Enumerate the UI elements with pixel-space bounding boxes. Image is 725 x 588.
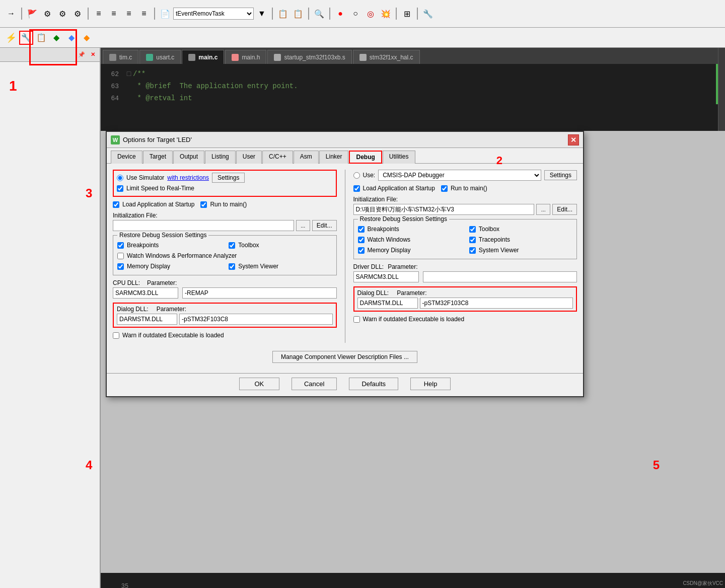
cpu-dll-param-input[interactable]: [182, 287, 337, 299]
toolbar-btn-search[interactable]: 🔍: [312, 7, 326, 21]
toolbar-btn-align1[interactable]: ≡: [92, 7, 106, 21]
code-text-62: /**: [133, 70, 146, 78]
tracepoints-checkbox-right[interactable]: [469, 237, 476, 243]
cpu-dll-input[interactable]: [113, 287, 178, 299]
toolbar-btn-align3[interactable]: ≡: [122, 7, 136, 21]
tab-main-c[interactable]: main.c: [182, 50, 224, 64]
load-app-checkbox-right[interactable]: [353, 185, 360, 192]
tab-main-h[interactable]: main.h: [225, 50, 266, 64]
code-line-64: 64 * @retval int: [101, 92, 725, 104]
task-dropdown[interactable]: tEventRemovTask: [173, 8, 254, 20]
manage-btn[interactable]: Manage Component Viewer Description File…: [272, 351, 417, 363]
cancel-btn[interactable]: Cancel: [292, 378, 337, 390]
defaults-btn[interactable]: Defaults: [349, 378, 398, 390]
init-browse-btn-left[interactable]: ...: [296, 220, 310, 231]
watch-windows-checkbox-left[interactable]: [117, 253, 124, 259]
help-btn[interactable]: Help: [410, 378, 451, 390]
tab-hal[interactable]: stm32f1xx_hal.c: [353, 50, 420, 64]
dialog-tab-debug[interactable]: Debug: [349, 151, 382, 164]
toolbar-btn-align4[interactable]: ≡: [137, 7, 151, 21]
pin-btn[interactable]: 📌: [77, 50, 87, 60]
toolbar-btn-tool1[interactable]: ⚙: [40, 7, 54, 21]
use-simulator-radio[interactable]: [117, 175, 123, 181]
driver-dll-input[interactable]: [353, 271, 419, 282]
breakpoints-checkbox-right[interactable]: [358, 226, 365, 233]
run-to-main-checkbox-right[interactable]: [441, 185, 448, 192]
warn-checkbox-right[interactable]: [353, 316, 360, 323]
toolbar-btn-red-circle[interactable]: ●: [333, 7, 347, 21]
toolbox-checkbox-right[interactable]: [469, 226, 476, 233]
toolbar-btn-bomb[interactable]: 💥: [379, 7, 393, 21]
dialog-tab-cpp[interactable]: C/C++: [262, 151, 293, 164]
dialog-tab-asm[interactable]: Asm: [294, 151, 319, 164]
simulator-settings-btn[interactable]: Settings: [212, 173, 245, 183]
toolbar-btn-back[interactable]: →: [4, 7, 18, 21]
limit-speed-checkbox[interactable]: [117, 185, 123, 192]
dialog-tab-utilities[interactable]: Utilities: [383, 151, 415, 164]
toolbar-btn-copy[interactable]: 📋: [276, 7, 290, 21]
init-file-input-left[interactable]: [113, 220, 294, 231]
ok-btn[interactable]: OK: [239, 378, 279, 390]
system-viewer-row-right: System Viewer: [469, 247, 572, 254]
restore-debug-label-left: Restore Debug Session Settings: [117, 232, 208, 239]
toolbar2-btn1[interactable]: ⚡: [4, 31, 18, 45]
code-content: 62 □ /** 63 * @brief The application ent…: [101, 64, 725, 108]
dialog-dll-input-right[interactable]: [357, 298, 418, 309]
toolbar-btn-align2[interactable]: ≡: [107, 7, 121, 21]
memory-display-checkbox-right[interactable]: [358, 247, 365, 254]
dialog-dll-input-left[interactable]: [117, 314, 177, 325]
collapse-62: □: [125, 70, 133, 78]
toolbar-btn-file[interactable]: 📄: [158, 7, 172, 21]
dialog-dll-param-input-left[interactable]: [179, 314, 333, 325]
dialog-tab-device[interactable]: Device: [111, 151, 142, 164]
toolbar2-btn3[interactable]: 📋: [34, 31, 48, 45]
watch-windows-checkbox-right[interactable]: [358, 237, 365, 243]
driver-dll-param-input[interactable]: [423, 271, 577, 282]
init-file-input-right[interactable]: [353, 204, 535, 215]
close-panel-btn[interactable]: ✕: [88, 50, 98, 60]
toolbox-checkbox-left[interactable]: [229, 242, 235, 249]
dialog-tab-listing[interactable]: Listing: [205, 151, 236, 164]
init-edit-btn-right[interactable]: Edit...: [552, 204, 577, 215]
driver-dll-section: Driver DLL: Parameter:: [353, 263, 577, 282]
dialog-tab-output[interactable]: Output: [173, 151, 204, 164]
toolbar-btn-paste[interactable]: 📋: [291, 7, 305, 21]
system-viewer-checkbox-left[interactable]: [229, 263, 235, 270]
code-editor: tim.c usart.c main.c main.h startup_stm3…: [101, 48, 725, 131]
toolbar2-btn4[interactable]: ◆: [49, 31, 63, 45]
use-radio-right[interactable]: [353, 172, 360, 179]
dialog-close-btn[interactable]: ✕: [568, 134, 579, 145]
toolbar-btn-settings[interactable]: 🔧: [421, 7, 435, 21]
run-to-main-checkbox-left[interactable]: [200, 201, 207, 208]
load-app-checkbox-left[interactable]: [113, 201, 119, 208]
tab-startup[interactable]: startup_stm32f103xb.s: [267, 50, 351, 64]
tab-tim-c[interactable]: tim.c: [103, 50, 138, 64]
use-dropdown-right[interactable]: CMSIS-DAP Debugger: [378, 170, 541, 181]
code-scrollbar[interactable]: [718, 48, 725, 131]
load-app-label-left: Load Application at Startup: [122, 201, 194, 208]
tab-usart-c[interactable]: usart.c: [139, 50, 181, 64]
dialog-right-panel: Use: CMSIS-DAP Debugger Settings Load Ap…: [353, 170, 577, 343]
warn-checkbox-left[interactable]: [113, 332, 119, 339]
toolbar2-btn2[interactable]: 🔧: [19, 31, 33, 45]
init-browse-btn-right[interactable]: ...: [536, 204, 550, 215]
dialog-tab-target[interactable]: Target: [143, 151, 173, 164]
toolbar2-btn5[interactable]: ◆: [64, 31, 79, 45]
toolbar2-btn6[interactable]: ◆: [80, 31, 94, 45]
toolbar-btn-tool2[interactable]: ⚙: [55, 7, 69, 21]
toolbar-btn-grid[interactable]: ⊞: [400, 7, 414, 21]
with-restrictions-link[interactable]: with restrictions: [167, 174, 209, 181]
dialog-tab-linker[interactable]: Linker: [319, 151, 349, 164]
toolbar-btn-flag[interactable]: 🚩: [25, 7, 39, 21]
dialog-dll-param-input-right[interactable]: [420, 298, 573, 309]
system-viewer-checkbox-right[interactable]: [469, 247, 476, 254]
toolbar-btn-circle[interactable]: ○: [348, 7, 362, 21]
memory-display-checkbox-left[interactable]: [117, 263, 124, 270]
init-edit-btn-left[interactable]: Edit...: [312, 220, 337, 231]
toolbar-btn-tool3[interactable]: ⚙: [70, 7, 85, 21]
toolbar-btn-red-ring[interactable]: ◎: [364, 7, 378, 21]
toolbar-btn-dropdown-arrow[interactable]: ▼: [255, 7, 269, 21]
use-settings-btn-right[interactable]: Settings: [544, 170, 577, 180]
dialog-tab-user[interactable]: User: [236, 151, 262, 164]
breakpoints-checkbox-left[interactable]: [117, 242, 124, 249]
